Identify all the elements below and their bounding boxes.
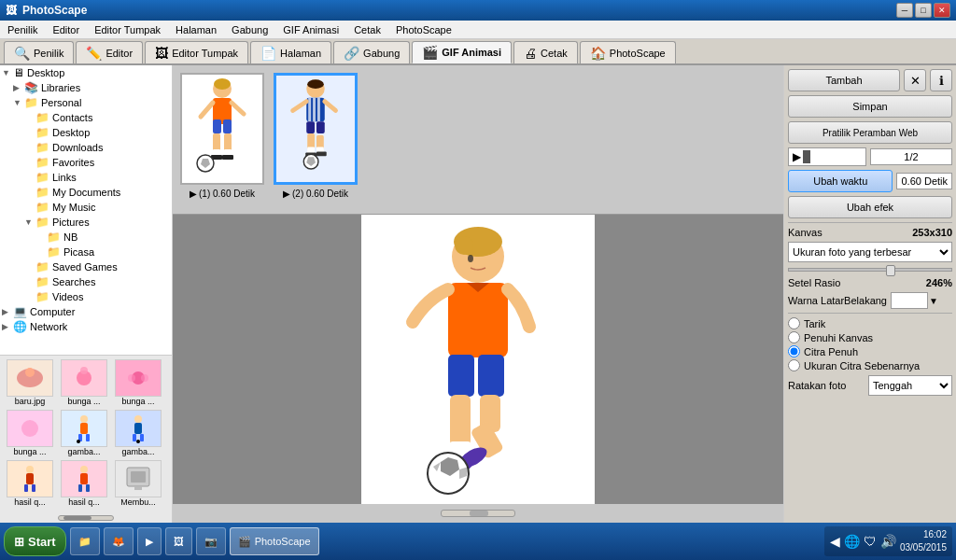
svg-line-41	[232, 103, 244, 114]
menu-photoscape[interactable]: PhotoScape	[388, 22, 459, 37]
stop-button[interactable]	[803, 150, 810, 163]
taskbar-photoscape-active[interactable]: 🎬 PhotoScape	[230, 527, 319, 555]
thumb-bunga2[interactable]: bunga ...	[112, 359, 164, 408]
thumb-hasil2[interactable]: hasil q...	[58, 460, 110, 509]
tree-desktop-sub[interactable]: 📁 Desktop	[0, 125, 172, 140]
libraries-icon: 📚	[24, 81, 38, 94]
tab-gabung[interactable]: 🔗 Gabung	[333, 41, 410, 63]
thumb-hasil1[interactable]: hasil q...	[4, 460, 56, 509]
thumb-baru[interactable]: baru.jpg	[4, 359, 56, 408]
tree-libraries[interactable]: ▶ 📚 Libraries	[0, 80, 172, 95]
color-swatch[interactable]	[891, 292, 928, 309]
svg-point-7	[21, 420, 38, 437]
maximize-button[interactable]: □	[915, 3, 932, 18]
menu-editor[interactable]: Editor	[45, 22, 87, 37]
svg-point-1	[25, 368, 35, 377]
system-tray: ◀ 🌐 🛡 🔊 16:02 03/05/2015	[824, 526, 952, 556]
tree-picasa[interactable]: 📁 Picasa	[0, 245, 172, 259]
tab-penilik[interactable]: 🔍 Penilik	[4, 41, 74, 63]
menu-gif-animasi[interactable]: GIF Animasi	[275, 22, 346, 37]
ubah-efek-button[interactable]: Ubah efek	[788, 196, 952, 218]
start-button[interactable]: ⊞ Start	[4, 526, 66, 556]
menu-halaman[interactable]: Halaman	[168, 22, 224, 37]
tree-network[interactable]: ▶ 🌐 Network	[0, 319, 172, 334]
thumb-img-bunga2	[115, 359, 162, 397]
taskbar-photoscape-btn[interactable]: 🖼	[165, 527, 192, 555]
minimize-button[interactable]: ─	[896, 3, 913, 18]
tree-nb[interactable]: 📁 NB	[0, 230, 172, 245]
radio-ukuran-citra[interactable]: Ukuran Citra Sebenarnya	[788, 359, 952, 371]
menu-cetak[interactable]: Cetak	[346, 22, 388, 37]
tree-computer[interactable]: ▶ 💻 Computer	[0, 304, 172, 319]
thumb-label-hasil2: hasil q...	[59, 497, 109, 507]
tree-downloads[interactable]: 📁 Downloads	[0, 140, 172, 155]
tray-volume-icon[interactable]: 🔊	[880, 534, 896, 549]
radio-penuhi-kanvas[interactable]: Penuhi Kanvas	[788, 331, 952, 343]
tab-photoscape[interactable]: 🏠 PhotoScape	[580, 41, 676, 63]
svg-rect-20	[24, 484, 28, 492]
app-icon: 🖼	[6, 4, 17, 17]
frame-1[interactable]: ▶ (1) 0.60 Detik	[180, 73, 264, 199]
ratakan-select[interactable]: Tenggah Kiri Kanan	[868, 375, 952, 396]
pictures-icon: 📁	[35, 216, 49, 229]
downloads-icon: 📁	[35, 141, 49, 154]
title-bar-controls: ─ □ ✕	[896, 3, 950, 18]
thumb-gamba1[interactable]: gamba...	[58, 410, 110, 458]
tab-editor[interactable]: ✏️ Editor	[76, 41, 143, 63]
ukuran-foto-select[interactable]: Ukuran foto yang terbesar Ukuran foto ya…	[788, 242, 952, 262]
tab-halaman[interactable]: 📄 Halaman	[250, 41, 331, 63]
thumb-bunga1[interactable]: bunga ...	[58, 359, 110, 408]
tree-searches[interactable]: 📁 Searches	[0, 274, 172, 289]
slider-thumb[interactable]	[886, 265, 895, 276]
info-button[interactable]: ℹ	[930, 69, 952, 91]
frame-2[interactable]: ▶ (2) 0.60 Detik	[274, 73, 358, 199]
pratilik-button[interactable]: Pratilik Peramban Web	[788, 121, 952, 144]
tree-my-music[interactable]: 📁 My Music	[0, 200, 172, 215]
tree-desktop[interactable]: ▼ 🖥 Desktop	[0, 65, 172, 80]
radio-citra-penuh[interactable]: Citra Penuh	[788, 345, 952, 357]
svg-rect-39	[222, 155, 233, 160]
color-picker-arrow[interactable]: ▼	[929, 296, 938, 306]
computer-icon: 💻	[13, 305, 27, 318]
close-button[interactable]: ✕	[934, 3, 950, 18]
svg-rect-50	[316, 121, 325, 133]
taskbar-media[interactable]: ▶	[137, 527, 162, 555]
taskbar-firefox[interactable]: 🦊	[104, 527, 134, 555]
favorites-icon: 📁	[35, 156, 49, 169]
ubah-waktu-button[interactable]: Ubah waktu	[788, 170, 893, 192]
tree-personal[interactable]: ▼ 📁 Personal	[0, 95, 172, 110]
tree-my-documents[interactable]: 📁 My Documents	[0, 185, 172, 200]
thumb-bunga3[interactable]: bunga ...	[4, 410, 56, 458]
svg-rect-9	[80, 423, 88, 434]
menu-gabung[interactable]: Gabung	[224, 22, 275, 37]
taskbar-app2[interactable]: 📷	[196, 527, 226, 555]
tree-saved-games[interactable]: 📁 Saved Games	[0, 259, 172, 274]
tree-videos[interactable]: 📁 Videos	[0, 289, 172, 304]
thumb-label-baru: baru.jpg	[5, 397, 55, 406]
tree-contacts[interactable]: 📁 Contacts	[0, 110, 172, 125]
tree-favorites[interactable]: 📁 Favorites	[0, 155, 172, 170]
thumb-img-hasil2	[61, 460, 107, 497]
tab-gif-animasi[interactable]: 🎬 GIF Animasi	[412, 41, 512, 63]
media-icon: ▶	[146, 536, 153, 548]
slider-track[interactable]	[788, 268, 952, 272]
radio-tarik[interactable]: Tarik	[788, 317, 952, 329]
menu-penilik[interactable]: Penilik	[0, 22, 45, 37]
delete-button[interactable]: ✕	[904, 69, 926, 91]
tab-cetak[interactable]: 🖨 Cetak	[513, 41, 578, 63]
thumb-gamba2[interactable]: gamba...	[112, 410, 164, 458]
taskbar-explorer[interactable]: 📁	[70, 527, 100, 555]
playback-controls[interactable]: ▶	[788, 147, 866, 166]
tree-links[interactable]: 📁 Links	[0, 170, 172, 185]
tree-pictures[interactable]: ▼ 📁 Pictures	[0, 215, 172, 230]
thumb-membu[interactable]: Membu...	[112, 460, 164, 509]
simpan-button[interactable]: Simpan	[788, 95, 952, 118]
tab-editor-tumpak[interactable]: 🖼 Editor Tumpak	[145, 41, 248, 63]
tray-arrow-icon[interactable]: ◀	[830, 534, 840, 549]
tambah-button[interactable]: Tambah	[788, 69, 900, 91]
videos-icon: 📁	[35, 290, 49, 303]
menu-editor-tumpak[interactable]: Editor Tumpak	[87, 22, 168, 37]
svg-rect-27	[131, 471, 146, 483]
expand-arrow: ▼	[2, 68, 13, 77]
play-button[interactable]: ▶	[793, 150, 801, 163]
